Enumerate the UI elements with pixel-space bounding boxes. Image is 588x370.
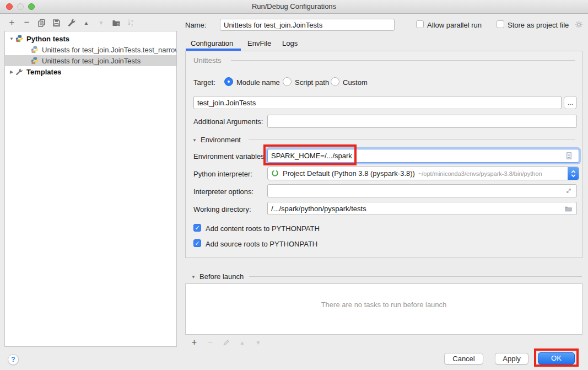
before-launch-empty-text: There are no tasks to run before launch bbox=[186, 301, 582, 309]
zoom-window-button[interactable] bbox=[28, 3, 35, 10]
chevron-down-icon[interactable]: ▼ bbox=[8, 36, 15, 41]
move-task-down-icon: ▼ bbox=[253, 338, 263, 347]
minimize-window-button bbox=[17, 3, 24, 10]
save-configuration-icon[interactable] bbox=[52, 18, 61, 28]
environment-variables-label: Environment variables: bbox=[193, 152, 266, 160]
titlebar[interactable]: Run/Debug Configurations bbox=[0, 0, 588, 14]
target-input[interactable] bbox=[193, 96, 562, 109]
move-down-icon: ▼ bbox=[96, 18, 106, 28]
add-source-roots-checkbox[interactable]: ✓ bbox=[193, 239, 201, 247]
add-source-roots-label: Add source roots to PYTHONPATH bbox=[206, 240, 317, 248]
store-options-gear-icon[interactable] bbox=[575, 20, 584, 29]
tree-item-templates[interactable]: ▶ Templates bbox=[5, 66, 176, 77]
interpreter-options-label: Interpreter options: bbox=[193, 187, 253, 196]
tree-item-python-tests[interactable]: ▼ Python tests bbox=[5, 33, 176, 44]
env-variables-editor-icon[interactable] bbox=[565, 152, 574, 160]
python-tests-icon bbox=[15, 35, 24, 42]
tree-item-label: Templates bbox=[26, 68, 61, 76]
move-up-icon[interactable]: ▲ bbox=[82, 18, 91, 28]
help-button[interactable]: ? bbox=[8, 354, 19, 365]
configurations-toolbar: + − ▲ ▼ az bbox=[7, 17, 136, 28]
browse-folder-icon[interactable] bbox=[564, 205, 573, 213]
templates-wrench-icon bbox=[15, 68, 24, 76]
target-label: Target: bbox=[193, 78, 215, 87]
tree-item-label: Unittests for test_join.JoinTests.test_n… bbox=[42, 46, 176, 54]
environment-separator bbox=[249, 140, 575, 140]
copy-configuration-icon[interactable] bbox=[37, 18, 46, 28]
allow-parallel-run-label: Allow parallel run bbox=[427, 21, 482, 29]
close-window-button[interactable] bbox=[6, 3, 13, 10]
environment-collapse-icon[interactable]: ▼ bbox=[192, 138, 197, 143]
before-launch-collapse-icon[interactable]: ▼ bbox=[191, 275, 196, 280]
working-directory-label: Working directory: bbox=[193, 205, 251, 213]
add-content-roots-checkbox[interactable]: ✓ bbox=[193, 224, 201, 232]
move-task-up-icon: ▲ bbox=[238, 338, 247, 347]
conda-environment-icon bbox=[271, 169, 280, 178]
allow-parallel-run-checkbox[interactable] bbox=[416, 20, 424, 28]
before-launch-label: Before launch bbox=[199, 272, 244, 281]
tree-item-label: Python tests bbox=[26, 35, 69, 43]
apply-button[interactable]: Apply bbox=[495, 353, 528, 364]
tab-logs[interactable]: Logs bbox=[282, 39, 298, 50]
group-separator bbox=[231, 60, 575, 61]
tree-item-test-narrow[interactable]: Unittests for test_join.JoinTests.test_n… bbox=[5, 44, 176, 55]
additional-arguments-input[interactable] bbox=[267, 115, 577, 128]
add-configuration-icon[interactable]: + bbox=[7, 18, 17, 28]
annotation-box-ok-button bbox=[534, 348, 579, 367]
additional-arguments-label: Additional Arguments: bbox=[193, 117, 263, 126]
python-test-icon bbox=[31, 57, 40, 65]
tree-item-jointests-selected[interactable]: Unittests for test_join.JoinTests bbox=[5, 55, 176, 66]
target-custom-radio[interactable] bbox=[331, 77, 339, 86]
before-launch-separator bbox=[249, 276, 582, 277]
name-label: Name: bbox=[185, 21, 206, 29]
svg-text:a: a bbox=[131, 19, 133, 23]
browse-target-button[interactable]: ... bbox=[564, 96, 577, 109]
combo-stepper-icon[interactable] bbox=[568, 167, 579, 180]
before-launch-task-list[interactable]: There are no tasks to run before launch bbox=[185, 283, 582, 335]
unittests-group-label: Unittests bbox=[193, 56, 222, 65]
working-directory-input[interactable] bbox=[267, 202, 577, 215]
tab-envfile[interactable]: EnvFile bbox=[247, 39, 271, 50]
target-script-path-radio[interactable] bbox=[283, 77, 292, 86]
window-title: Run/Debug Configurations bbox=[0, 0, 588, 13]
before-launch-toolbar: + − ▲ ▼ bbox=[190, 337, 263, 348]
name-input[interactable] bbox=[220, 19, 395, 31]
python-interpreter-value: Project Default (Python 3.8 (pyspark-3.8… bbox=[283, 169, 415, 178]
configuration-panel: Unittests Target: Module name Script pat… bbox=[185, 51, 582, 258]
edit-task-pencil-icon bbox=[222, 338, 231, 347]
store-as-project-file-checkbox[interactable] bbox=[497, 20, 504, 28]
tree-item-label: Unittests for test_join.JoinTests bbox=[42, 57, 141, 65]
new-folder-icon[interactable] bbox=[111, 18, 121, 28]
remove-task-icon: − bbox=[206, 338, 215, 347]
configurations-tree: ▼ Python tests Unittests for test_join.J… bbox=[4, 31, 177, 347]
remove-configuration-icon[interactable]: − bbox=[22, 18, 31, 28]
add-content-roots-label: Add content roots to PYTHONPATH bbox=[206, 224, 320, 233]
chevron-right-icon[interactable]: ▶ bbox=[8, 69, 15, 74]
interpreter-options-input[interactable] bbox=[267, 184, 577, 197]
svg-text:z: z bbox=[131, 23, 133, 27]
store-as-project-file-label: Store as project file bbox=[508, 21, 569, 29]
add-task-icon[interactable]: + bbox=[190, 338, 199, 347]
cancel-button[interactable]: Cancel bbox=[444, 353, 483, 364]
target-module-name-radio[interactable] bbox=[224, 77, 233, 86]
sort-configurations-icon: az bbox=[126, 18, 136, 28]
target-script-path-label: Script path bbox=[295, 78, 329, 87]
expand-field-icon[interactable] bbox=[565, 187, 574, 196]
python-interpreter-select[interactable]: Project Default (Python 3.8 (pyspark-3.8… bbox=[267, 167, 579, 180]
annotation-box-env-variables bbox=[263, 144, 357, 165]
edit-templates-icon[interactable] bbox=[67, 18, 76, 28]
environment-section-label: Environment bbox=[201, 136, 241, 144]
python-interpreter-path: ~/opt/miniconda3/envs/pyspark-3.8/bin/py… bbox=[418, 170, 568, 177]
target-module-name-label: Module name bbox=[236, 78, 280, 87]
python-interpreter-label: Python interpreter: bbox=[193, 170, 252, 178]
python-test-icon bbox=[31, 46, 40, 53]
run-debug-configurations-dialog: Run/Debug Configurations + − ▲ ▼ az ▼ Py bbox=[0, 0, 588, 370]
target-custom-label: Custom bbox=[343, 78, 368, 87]
